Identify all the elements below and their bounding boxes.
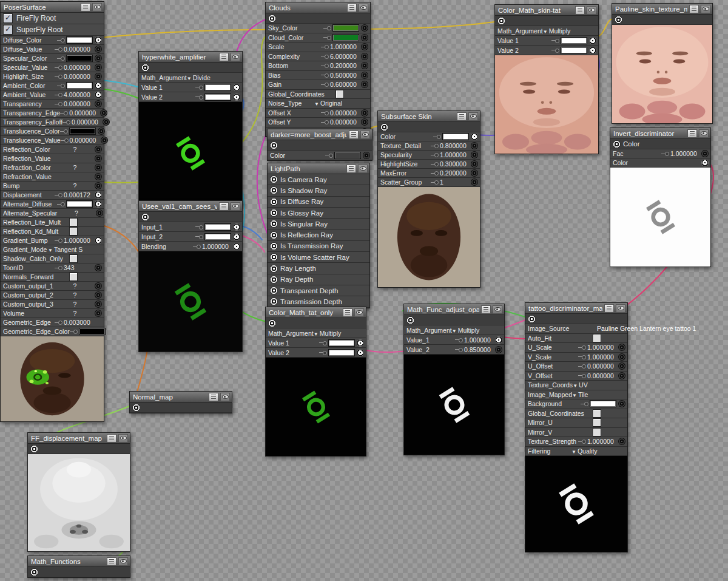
- preview-toggle-button[interactable]: [220, 393, 230, 401]
- list-row[interactable]: Ray Length: [268, 263, 369, 274]
- checkbox[interactable]: ✓: [3, 13, 13, 23]
- input-socket[interactable]: [100, 109, 107, 117]
- dropdown[interactable]: ▼Divide: [187, 74, 241, 81]
- list-row[interactable]: Is Volume Scatter Ray: [268, 252, 369, 263]
- checkbox-row[interactable]: Normals_Forward: [1, 273, 104, 282]
- list-row[interactable]: Ray Depth: [268, 274, 369, 285]
- input-socket[interactable]: [95, 182, 102, 189]
- color-swatch[interactable]: [204, 93, 231, 101]
- node-header[interactable]: Normal_map: [130, 392, 232, 403]
- param-row[interactable]: Ambient_Value4.000000: [1, 90, 104, 100]
- output-socket-icon[interactable]: [270, 209, 278, 217]
- preview-toggle-button[interactable]: [231, 53, 240, 61]
- preview-toggle-button[interactable]: [360, 131, 370, 139]
- param-row[interactable]: Value 1: [139, 83, 242, 92]
- dropdown[interactable]: ▼Multiply: [543, 27, 597, 35]
- param-row[interactable]: Translucence_Value0.000000: [1, 136, 104, 145]
- output-row[interactable]: [266, 318, 366, 328]
- param-row[interactable]: Background: [525, 399, 627, 409]
- input-socket[interactable]: [95, 291, 102, 299]
- param-row[interactable]: Alternate_Specular?: [1, 209, 104, 218]
- preview-toggle-button[interactable]: [699, 129, 709, 138]
- color-swatch[interactable]: [332, 34, 359, 41]
- checkbox[interactable]: [69, 218, 78, 226]
- output-socket-icon[interactable]: [141, 213, 149, 221]
- properties-button[interactable]: [689, 5, 699, 13]
- output-socket-icon[interactable]: [268, 15, 276, 22]
- output-row[interactable]: [28, 567, 130, 577]
- node-header[interactable]: Pauline_skin_texture_map: [612, 4, 712, 15]
- input-socket[interactable]: [471, 133, 478, 140]
- preview-toggle-button[interactable]: [358, 165, 368, 173]
- dropdown-row[interactable]: Math_Argument▼Divide: [139, 73, 242, 83]
- input-socket[interactable]: [471, 160, 478, 168]
- input-socket[interactable]: [471, 142, 478, 149]
- input-socket[interactable]: [95, 310, 102, 317]
- input-socket[interactable]: [361, 24, 368, 32]
- dropdown[interactable]: ▼Multiply: [452, 327, 506, 334]
- input-socket[interactable]: [95, 173, 102, 180]
- properties-button[interactable]: [81, 3, 90, 12]
- checkbox[interactable]: [335, 90, 344, 98]
- node-header[interactable]: Color_Math_skin-tat: [495, 5, 598, 16]
- input-socket[interactable]: [471, 151, 478, 158]
- input-socket[interactable]: [95, 82, 102, 89]
- output-socket-icon[interactable]: [270, 186, 278, 194]
- input-socket[interactable]: [95, 264, 102, 271]
- param-row[interactable]: ToonID343: [1, 263, 104, 273]
- output-row[interactable]: [525, 314, 627, 324]
- input-socket[interactable]: [361, 118, 368, 126]
- color-swatch[interactable]: [328, 349, 355, 356]
- param-row[interactable]: Input_1: [139, 222, 242, 232]
- preview-toggle-button[interactable]: [118, 434, 128, 443]
- input-socket[interactable]: [701, 159, 709, 166]
- param-row[interactable]: Ambient_Color: [1, 81, 104, 90]
- output-socket-icon[interactable]: [380, 123, 388, 131]
- param-row[interactable]: Refraction_Value: [1, 172, 104, 182]
- checkbox[interactable]: [69, 227, 78, 236]
- output-socket-icon[interactable]: [132, 404, 140, 412]
- node-header[interactable]: Math_Functions: [28, 556, 130, 567]
- param-row[interactable]: MaxError0.200000: [378, 169, 480, 178]
- output-row[interactable]: [130, 403, 232, 413]
- output-socket-icon[interactable]: [270, 175, 278, 183]
- preview-toggle-button[interactable]: [587, 6, 596, 15]
- param-row[interactable]: Alternate_Diffuse: [1, 200, 104, 209]
- param-row[interactable]: Specularity1.000000: [378, 151, 480, 160]
- param-row[interactable]: Transparency0.000000: [1, 100, 104, 109]
- param-row[interactable]: Cloud_Color: [266, 33, 370, 43]
- input-socket[interactable]: [589, 37, 596, 44]
- properties-button[interactable]: [107, 434, 116, 443]
- output-socket-icon[interactable]: [270, 297, 278, 305]
- output-row[interactable]: [612, 15, 712, 25]
- input-socket[interactable]: [471, 178, 478, 186]
- checkbox[interactable]: [69, 273, 78, 281]
- param-row[interactable]: Volume?: [1, 309, 104, 318]
- output-row[interactable]: [378, 122, 480, 132]
- checkbox-row[interactable]: Mirror_V: [525, 428, 627, 438]
- color-swatch[interactable]: [66, 55, 93, 62]
- node-header[interactable]: Invert_discriminator: [610, 128, 710, 139]
- param-row[interactable]: Color: [378, 132, 480, 141]
- node-header[interactable]: hyperwhite_amplifier: [139, 52, 242, 63]
- preview-toggle-button[interactable]: [359, 4, 368, 12]
- preview-toggle-button[interactable]: [231, 202, 240, 211]
- properties-button[interactable]: [457, 112, 467, 121]
- output-socket-icon[interactable]: [30, 568, 38, 576]
- param-row[interactable]: Scatter_Group1: [378, 178, 480, 187]
- input-socket[interactable]: [95, 64, 102, 71]
- color-swatch[interactable]: [334, 152, 361, 159]
- input-socket[interactable]: [618, 353, 625, 361]
- color-swatch[interactable]: [69, 127, 96, 135]
- properties-button[interactable]: [219, 53, 229, 61]
- color-swatch[interactable]: [328, 339, 355, 347]
- preview-toggle-button[interactable]: [118, 557, 128, 566]
- param-row[interactable]: Gradient_Bump1.000000: [1, 236, 104, 245]
- input-socket[interactable]: [361, 81, 368, 88]
- color-swatch[interactable]: [79, 328, 106, 335]
- output-row[interactable]: [404, 315, 504, 325]
- checkbox-row[interactable]: Reflection_Lite_Mult: [1, 218, 104, 227]
- output-socket-icon[interactable]: [141, 64, 149, 72]
- param-row[interactable]: Value_11.000000: [404, 335, 504, 345]
- output-socket-icon[interactable]: [528, 315, 536, 323]
